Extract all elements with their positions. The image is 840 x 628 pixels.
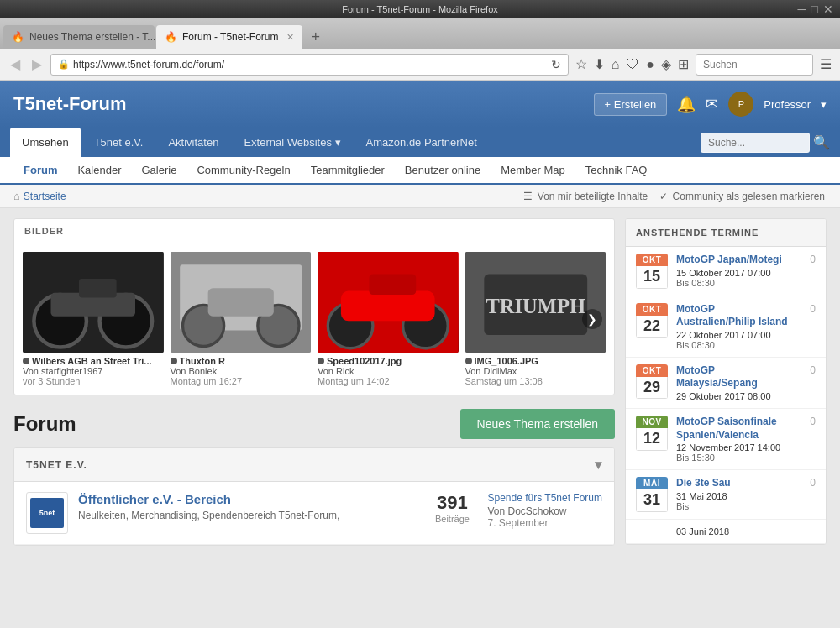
gallery-title-1: Wilbers AGB an Street Tri...	[32, 356, 152, 366]
t5net-logo: 5net	[26, 492, 68, 534]
tab-icon-1: 🔥	[12, 31, 24, 43]
termine-count-1: 0	[802, 254, 816, 265]
termine-title-2[interactable]: MotoGP Australien/Philip Island	[676, 303, 794, 329]
shield-icon[interactable]: 🛡	[624, 55, 641, 74]
t5net-last-author: Von DocSchokow	[487, 505, 602, 517]
nav-item-amazon[interactable]: Amazon.de PartnerNet	[354, 128, 489, 157]
my-content-action[interactable]: ☰ Von mir beteiligte Inhalte	[523, 191, 649, 202]
nav-item-t5net[interactable]: T5net e.V.	[82, 128, 155, 157]
refresh-icon[interactable]: ↻	[551, 58, 561, 71]
t5net-logo-inner: 5net	[30, 498, 64, 528]
user-name[interactable]: Professor	[764, 98, 811, 111]
sub-nav-regeln[interactable]: Community-Regeln	[186, 157, 300, 183]
svg-text:TRIUMPH: TRIUMPH	[486, 295, 585, 317]
termine-date-1: 15 Oktober 2017 07:00	[676, 268, 794, 278]
termine-day-2: 22	[636, 316, 668, 338]
termine-item-1: OKT 15 MotoGP Japan/Motegi 15 Oktober 20…	[626, 247, 826, 296]
gallery-time-4: Samstag um 13:08	[465, 376, 606, 386]
sub-nav-benutzer[interactable]: Benutzer online	[395, 157, 491, 183]
new-thread-button[interactable]: Neues Thema erstellen	[460, 409, 615, 439]
termine-title-4[interactable]: MotoGP Saisonfinale Spanien/Valencia	[676, 416, 794, 442]
forward-button[interactable]: ▶	[29, 55, 45, 74]
sub-nav-kalender[interactable]: Kalender	[67, 157, 131, 183]
home-breadcrumb-icon: ⌂	[13, 190, 20, 202]
termine-item-2: OKT 22 MotoGP Australien/Philip Island 2…	[626, 296, 826, 358]
maximize-icon[interactable]: □	[811, 3, 818, 16]
termine-item-5: MAI 31 Die 3te Sau 31 Mai 2018 Bis 0	[626, 470, 826, 520]
user-dropdown-icon[interactable]: ▾	[821, 98, 827, 111]
main-search-input[interactable]	[701, 133, 810, 153]
close-icon[interactable]: ✕	[823, 3, 833, 16]
toolbar-icons: ☆ ⬇ ⌂ 🛡 ● ◈ ⊞	[574, 55, 690, 74]
t5net-count-label: Beiträge	[427, 514, 477, 524]
gallery-img-2[interactable]	[171, 252, 312, 353]
termine-month-5: MAI	[636, 477, 668, 489]
menu-icon[interactable]: ☰	[818, 55, 833, 74]
sub-nav-forum[interactable]: Forum	[13, 157, 67, 183]
browser-title: Forum - T5net-Forum - Mozilla Firefox	[342, 4, 498, 14]
notifications-icon[interactable]: 🔔	[677, 95, 696, 113]
t5net-collapse-icon[interactable]: ▾	[595, 457, 602, 473]
termine-date-3: 29 Oktober 2017 08:00	[676, 391, 794, 401]
sub-nav-membermap[interactable]: Member Map	[491, 157, 575, 183]
address-bar[interactable]: 🔒 https://www.t5net-forum.de/forum/ ↻	[50, 54, 569, 76]
sub-nav-galerie[interactable]: Galerie	[132, 157, 187, 183]
my-content-icon: ☰	[523, 191, 533, 202]
termine-date-2: 22 Oktober 2017 07:00	[676, 330, 794, 340]
termine-date-box-5: MAI 31	[636, 477, 668, 512]
svg-rect-13	[341, 291, 435, 322]
gallery-img-3[interactable]	[318, 252, 459, 353]
t5net-item-title[interactable]: Öffentlicher e.V. - Bereich	[78, 492, 417, 506]
gallery-author-2: Von Boniek	[171, 366, 312, 376]
termine-section: ANSTEHENDE TERMINE OKT 15 MotoGP Japan/M…	[625, 218, 827, 545]
sub-nav-team[interactable]: Teammitglieder	[301, 157, 395, 183]
termine-count-2: 0	[802, 303, 816, 315]
extensions-icon[interactable]: ⊞	[676, 55, 690, 74]
forum-header: T5net-Forum + Erstellen 🔔 ✉ P Professor …	[0, 81, 840, 128]
breadcrumb: ⌂ Startseite	[13, 190, 66, 202]
browser-controls: ─ □ ✕	[798, 3, 833, 16]
main-navigation: Umsehen T5net e.V. Aktivitäten External …	[0, 128, 840, 157]
gallery-author-4: Von DidiMax	[465, 366, 606, 376]
nav-item-external[interactable]: External Websites ▾	[232, 128, 352, 157]
termine-day-4: 12	[636, 428, 668, 451]
t5net-item-1: 5net Öffentlicher e.V. - Bereich Neulkei…	[14, 482, 614, 545]
minimize-icon[interactable]: ─	[798, 3, 806, 16]
termine-item-6: 03 Juni 2018	[626, 520, 826, 544]
gallery-next-button[interactable]: ❯	[582, 309, 602, 329]
tab-forum[interactable]: 🔥 Forum - T5net-Forum ✕	[156, 25, 302, 49]
gallery-img-1[interactable]	[23, 252, 164, 353]
t5net-last-title[interactable]: Spende fürs T5net Forum	[487, 492, 602, 504]
download-icon[interactable]: ⬇	[592, 55, 606, 74]
gallery-time-2: Montag um 16:27	[171, 376, 312, 386]
star-icon[interactable]: ☆	[574, 55, 589, 74]
main-search-icon[interactable]: 🔍	[813, 134, 830, 150]
new-tab-button[interactable]: +	[304, 25, 327, 49]
termine-title-5[interactable]: Die 3te Sau	[676, 477, 794, 490]
breadcrumb-home[interactable]: Startseite	[24, 191, 66, 202]
lastpass-icon[interactable]: ●	[644, 55, 656, 74]
termine-title-1[interactable]: MotoGP Japan/Motegi	[676, 254, 794, 267]
gallery-title-4: IMG_1006.JPG	[475, 356, 538, 366]
gallery-img-4[interactable]: TRIUMPH	[465, 252, 606, 353]
tab-neues-thema[interactable]: 🔥 Neues Thema erstellen - T... ✕	[3, 25, 155, 49]
t5net-section: T5NET E.V. ▾ 5net Öffentlicher e.V. - Be…	[13, 447, 615, 546]
tab-close-2[interactable]: ✕	[286, 32, 294, 43]
gallery-author-3: Von Rick	[318, 366, 459, 376]
nav-item-umsehen[interactable]: Umsehen	[10, 128, 81, 157]
bilder-section: BILDER	[13, 218, 615, 395]
address-text: https://www.t5net-forum.de/forum/	[73, 59, 548, 71]
browser-search-input[interactable]	[696, 54, 813, 76]
create-button[interactable]: + Erstellen	[594, 93, 668, 116]
termine-info-6: 03 Juni 2018	[676, 526, 816, 536]
mark-read-action[interactable]: ✓ Community als gelesen markieren	[659, 191, 827, 202]
back-button[interactable]: ◀	[7, 55, 24, 74]
termine-item-4: NOV 12 MotoGP Saisonfinale Spanien/Valen…	[626, 409, 826, 470]
home-icon[interactable]: ⌂	[610, 55, 622, 74]
forum-title: Forum	[13, 412, 76, 436]
termine-title-3[interactable]: MotoGP Malaysia/Sepang	[676, 364, 794, 390]
sub-nav-technik[interactable]: Technik FAQ	[575, 157, 658, 183]
nav-item-aktivitaten[interactable]: Aktivitäten	[156, 128, 230, 157]
safaribookmarks-icon[interactable]: ◈	[659, 55, 673, 74]
messages-icon[interactable]: ✉	[706, 95, 718, 113]
